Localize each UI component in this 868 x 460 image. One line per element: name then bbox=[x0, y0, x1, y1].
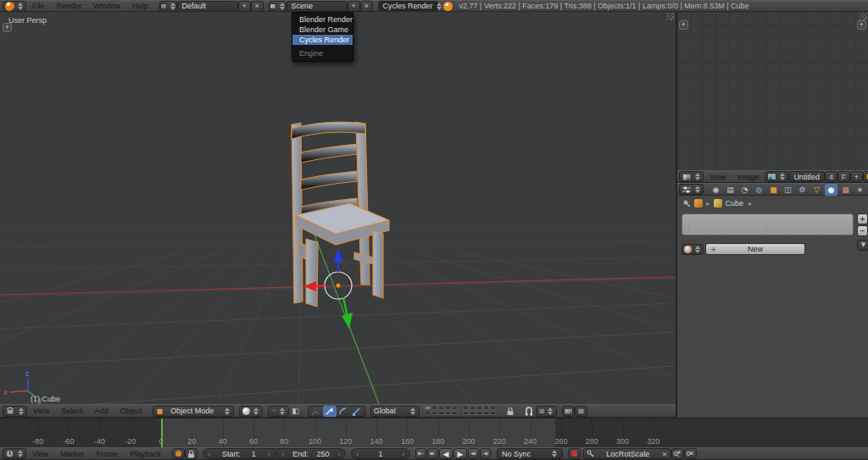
layer-cell[interactable] bbox=[463, 411, 469, 415]
snap-element-selector[interactable]: ⊞ bbox=[536, 406, 558, 417]
list-resize-dash-icon[interactable]: — bbox=[764, 224, 771, 233]
manipulator-toggle-axes[interactable] bbox=[309, 406, 323, 417]
editor-type-selector[interactable] bbox=[679, 171, 704, 182]
screen-layout-icon[interactable] bbox=[159, 1, 177, 12]
layer-cell[interactable] bbox=[445, 406, 451, 410]
tab-object-icon[interactable]: ■ bbox=[767, 184, 780, 196]
layer-cell[interactable] bbox=[483, 411, 489, 415]
delete-scene-button[interactable]: × bbox=[360, 1, 373, 12]
new-image-button[interactable]: + bbox=[850, 171, 863, 182]
current-frame-field[interactable]: ‹ 1 › bbox=[351, 448, 410, 459]
viewport-3d[interactable]: x z y User Persp (1) Cube + bbox=[0, 12, 676, 404]
engine-option-blender-render[interactable]: Blender Render bbox=[292, 14, 353, 25]
tab-material-icon[interactable]: ● bbox=[825, 184, 837, 196]
keying-lock-toggle[interactable] bbox=[185, 448, 198, 459]
menu-render[interactable]: Render bbox=[51, 2, 88, 10]
timeline-ruler[interactable]: -80-60-40-200204060801001201401601802002… bbox=[0, 418, 868, 447]
play-reverse-button[interactable]: ◀ bbox=[439, 448, 453, 459]
layer-cell[interactable] bbox=[425, 411, 431, 415]
jump-to-end-button[interactable]: ⇥ bbox=[480, 448, 491, 459]
pivot-point-selector[interactable]: ◦ bbox=[268, 406, 288, 417]
pack-image-button[interactable] bbox=[863, 171, 868, 182]
menu-view[interactable]: View bbox=[27, 407, 55, 415]
expand-region-button[interactable]: + bbox=[857, 20, 866, 30]
engine-option-cycles-render[interactable]: Cycles Render bbox=[292, 35, 353, 45]
manipulate-center-points-toggle[interactable]: ◧ bbox=[289, 406, 303, 417]
menu-view[interactable]: View bbox=[26, 450, 54, 458]
layer-cell[interactable] bbox=[438, 411, 444, 415]
menu-playback[interactable]: Playback bbox=[124, 450, 167, 458]
opengl-render-image-button[interactable] bbox=[562, 406, 575, 417]
transform-orientation-selector[interactable]: Global bbox=[370, 406, 420, 417]
object-icon[interactable] bbox=[694, 199, 703, 208]
editor-type-selector[interactable] bbox=[3, 448, 26, 459]
menu-help[interactable]: Help bbox=[126, 2, 154, 10]
tab-render-layers-icon[interactable]: ▤ bbox=[724, 184, 737, 196]
jump-to-start-button[interactable]: ⇤ bbox=[415, 448, 426, 459]
tab-render-icon[interactable]: ◉ bbox=[709, 184, 722, 196]
layer-cell[interactable] bbox=[431, 406, 437, 410]
menu-image[interactable]: Image bbox=[732, 173, 765, 181]
image-editor-canvas[interactable]: + + bbox=[677, 12, 868, 170]
clear-keying-set-icon[interactable]: × bbox=[661, 450, 668, 458]
tab-scene-icon[interactable]: ◔ bbox=[738, 184, 751, 196]
menu-select[interactable]: Select bbox=[55, 407, 88, 415]
insert-keyframe-button[interactable] bbox=[671, 448, 684, 459]
remove-material-slot-button[interactable]: − bbox=[857, 225, 868, 236]
render-engine-selector[interactable]: Cycles Render bbox=[378, 1, 438, 12]
layer-cell[interactable] bbox=[476, 411, 482, 415]
auto-keyframe-toggle[interactable] bbox=[172, 448, 185, 459]
tab-object-data-icon[interactable]: ▽ bbox=[810, 184, 823, 196]
layer-cell[interactable] bbox=[470, 411, 476, 415]
frame-start-field[interactable]: ‹ Start: 1 › bbox=[203, 448, 275, 459]
mode-selector[interactable]: ■ Object Mode bbox=[153, 406, 234, 417]
image-users-count-button[interactable]: 4 bbox=[825, 171, 837, 182]
add-layout-button[interactable]: + bbox=[238, 1, 251, 12]
engine-option-blender-game[interactable]: Blender Game bbox=[292, 25, 353, 35]
timeline-playhead[interactable] bbox=[161, 418, 163, 447]
delete-keyframe-button[interactable] bbox=[684, 448, 697, 459]
snap-toggle[interactable] bbox=[522, 406, 536, 417]
layer-cell[interactable] bbox=[490, 411, 496, 415]
manipulator-toggle-translate[interactable] bbox=[323, 406, 337, 417]
add-scene-button[interactable]: + bbox=[348, 1, 360, 12]
frame-end-field[interactable]: ‹ End: 250 › bbox=[276, 448, 346, 459]
chair-object[interactable] bbox=[292, 122, 389, 307]
editor-type-selector[interactable] bbox=[3, 406, 27, 417]
menu-window[interactable]: Window bbox=[87, 2, 126, 10]
layer-cell[interactable] bbox=[438, 406, 444, 410]
delete-layout-button[interactable]: × bbox=[251, 1, 264, 12]
manipulator-z-arrow[interactable] bbox=[333, 248, 343, 262]
scene-icon[interactable] bbox=[269, 1, 287, 12]
layers-widget[interactable] bbox=[463, 406, 498, 416]
layer-cell[interactable] bbox=[470, 406, 476, 410]
mesh-data-icon[interactable] bbox=[714, 199, 722, 208]
material-specials-button[interactable]: ▼ bbox=[857, 240, 868, 251]
layer-cell[interactable] bbox=[476, 406, 482, 410]
jump-to-next-keyframe-button[interactable]: ↠ bbox=[468, 448, 479, 459]
layer-cell[interactable] bbox=[452, 411, 458, 415]
area-resize-handle[interactable] bbox=[860, 13, 867, 20]
layers-widget[interactable] bbox=[425, 406, 460, 416]
menu-object[interactable]: Object bbox=[114, 407, 147, 415]
tab-particles-icon[interactable]: ∗ bbox=[854, 184, 866, 196]
material-slots-list[interactable]: ⋮ — bbox=[682, 213, 854, 236]
editor-type-selector[interactable] bbox=[679, 184, 704, 195]
sync-mode-selector[interactable]: No Sync bbox=[497, 448, 563, 459]
expand-region-button[interactable]: + bbox=[679, 20, 688, 30]
keying-set-field[interactable]: LocRotScale × bbox=[583, 448, 671, 459]
area-resize-handle[interactable] bbox=[666, 13, 674, 20]
opengl-render-animation-button[interactable] bbox=[575, 406, 587, 417]
layer-cell[interactable] bbox=[483, 406, 489, 410]
image-datablock-icon[interactable] bbox=[765, 171, 788, 182]
menu-frame[interactable]: Frame bbox=[90, 450, 124, 458]
tab-modifiers-icon[interactable]: ⚙ bbox=[796, 184, 809, 196]
record-button[interactable] bbox=[568, 448, 581, 459]
expand-toolbar-button[interactable]: + bbox=[3, 23, 12, 32]
screen-layout-field[interactable]: Default bbox=[177, 1, 238, 12]
viewport-shading-selector[interactable] bbox=[239, 406, 263, 417]
layer-cell[interactable] bbox=[463, 406, 469, 410]
manipulator-toggle-rotate[interactable] bbox=[337, 406, 350, 417]
menu-file[interactable]: File bbox=[26, 2, 51, 10]
jump-to-prev-keyframe-button[interactable]: ↞ bbox=[427, 448, 438, 459]
